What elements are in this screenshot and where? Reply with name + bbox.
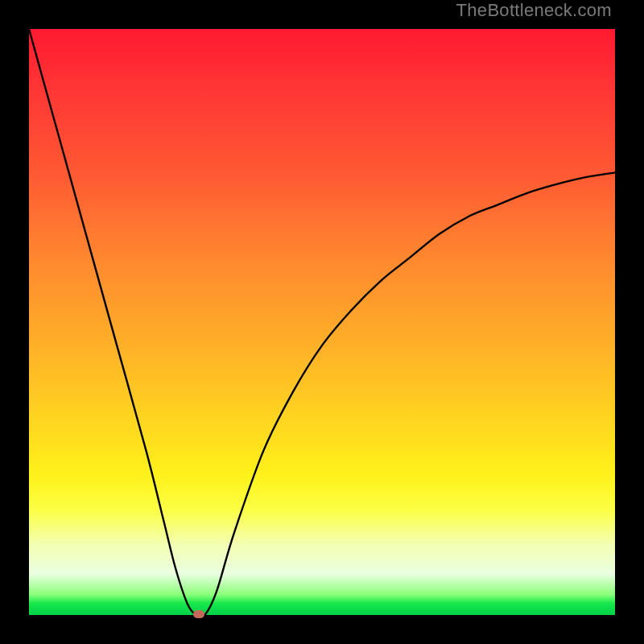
chart-frame: TheBottleneck.com <box>0 0 644 644</box>
plot-area <box>29 29 615 615</box>
watermark-text: TheBottleneck.com <box>456 0 612 21</box>
optimal-point-marker <box>193 610 204 618</box>
bottleneck-curve <box>29 29 615 615</box>
